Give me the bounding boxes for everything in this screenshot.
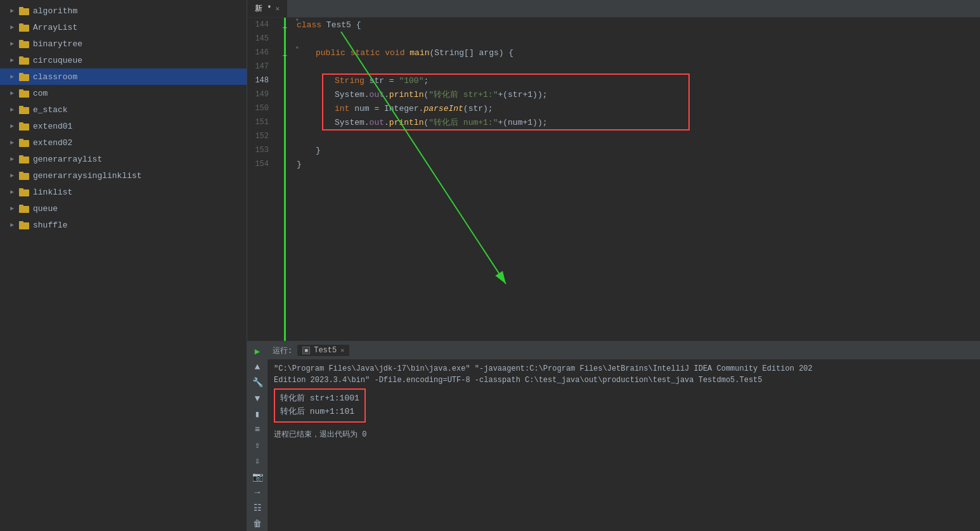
sidebar-item-label: e_stack [33,105,68,115]
svg-rect-21 [19,172,23,174]
scroll-down-button[interactable]: ▼ [249,391,266,406]
code-line-149: System. out . println ( "转化前 str+1:" +(s… [297,87,974,101]
fold-markers: ⎯ ⎯ [279,18,290,341]
chevron-right-icon: ► [8,56,16,65]
svg-rect-9 [19,73,23,75]
line-number-150: 150 [247,101,274,115]
sidebar-item-label: generarraysinglinklist [33,171,142,181]
sidebar-item-algorithm[interactable]: ► algorithm [0,3,247,19]
tab-label: 新 * [255,3,271,14]
sidebar-item-generarraylist[interactable]: ► generarraylist [0,151,247,167]
svg-rect-19 [19,155,23,158]
chevron-right-icon: ► [8,89,16,98]
sidebar-item-label: binarytree [33,39,82,49]
sort-desc-icon[interactable]: ⇩ [249,454,266,468]
run-exit-line: 进程已结束，退出代码为 0 [274,429,974,440]
line-number-153: 153 [247,143,274,157]
trash-icon[interactable]: 🗑 [249,516,266,531]
sidebar: ► algorithm ► ArrayList ► [0,0,247,531]
line-number-145: 145 [247,32,274,46]
chevron-right-icon: ► [8,171,16,180]
camera-icon[interactable]: 📷 [249,470,266,484]
main-area: 新 * ✕ ▶ 144 145 ▶ 146 [247,0,980,531]
sidebar-item-com[interactable]: ► com [0,85,247,101]
svg-rect-17 [19,139,23,141]
sidebar-item-extend01[interactable]: ► extend01 [0,118,247,134]
folder-icon [19,221,29,229]
fold-marker-146[interactable]: ⎯ [279,46,290,60]
chevron-right-icon: ► [8,72,16,81]
run-cmd-line2: Edition 2023.3.4\bin" -Dfile.encoding=UT… [274,374,974,386]
sidebar-item-arraylist[interactable]: ► ArrayList [0,19,247,35]
sidebar-item-binarytree[interactable]: ► binarytree [0,35,247,52]
chevron-right-icon: ► [8,122,16,131]
console-icon: ■ [302,347,310,354]
run-panel-tab-bar: 运行: ■ Test5 ✕ [268,342,980,359]
run-label: 运行: [273,345,292,356]
sidebar-item-label: extend01 [33,122,72,131]
run-cmd-line1: "C:\Program Files\Java\jdk-17\bin\java.e… [274,363,974,374]
svg-rect-5 [19,40,23,42]
code-editor: ▶ 144 145 ▶ 146 147 148 [247,18,980,341]
sidebar-item-label: classroom [33,72,77,82]
layout-icon[interactable]: ☷ [249,501,266,516]
sidebar-item-label: com [33,89,48,98]
run-content: "C:\Program Files\Java\jdk-17\bin\java.e… [268,359,980,531]
editor-area: 新 * ✕ ▶ 144 145 ▶ 146 [247,0,980,341]
folder-icon [19,6,29,15]
wrench-icon[interactable]: 🔧 [249,376,266,390]
sidebar-item-extend02[interactable]: ► extend02 [0,134,247,151]
svg-rect-25 [19,205,23,207]
scroll-up-button[interactable]: ▲ [249,360,266,374]
green-vertical-bar [284,18,286,341]
folder-icon [19,105,29,114]
folder-icon [19,39,29,48]
new-marker-146: 新 * [290,44,299,54]
folder-icon [19,171,29,180]
sidebar-item-queue[interactable]: ► queue [0,200,247,217]
tab-close-icon[interactable]: ✕ [275,4,280,13]
run-panel-inner: 运行: ■ Test5 ✕ "C:\Program Files\Java\jdk… [268,342,980,531]
run-button[interactable]: ▶ [249,344,266,359]
sidebar-item-classroom[interactable]: ► classroom [0,68,247,85]
run-output-line1: 转化前 str+1:1001 [280,392,359,406]
line-number-151: 151 [247,115,274,129]
sidebar-item-e-stack[interactable]: ► e_stack [0,101,247,118]
run-output-box: 转化前 str+1:1001 转化后 num+1:101 [274,388,366,423]
sidebar-item-shuffle[interactable]: ► shuffle [0,217,247,233]
chevron-right-icon: ► [8,155,16,163]
sidebar-item-circuqueue[interactable]: ► circuqueue [0,52,247,68]
svg-rect-11 [19,89,23,92]
chevron-right-icon: ► [8,6,16,15]
sidebar-item-label: shuffle [33,221,68,230]
sidebar-item-label: queue [33,204,58,214]
run-panel: ▶ ▲ 🔧 ▼ ▮ ≡ ⇧ ⇩ 📷 → ☷ 🗑 运行: ■ Test5 ✕ [247,341,980,531]
chevron-right-icon: ► [8,221,16,229]
code-line-153: } [297,143,974,157]
sidebar-item-linklist[interactable]: ► linklist [0,184,247,200]
run-tab-close-icon[interactable]: ✕ [340,347,344,354]
line-number-147: 147 [247,60,274,74]
folder-icon [19,23,29,32]
fold-marker-144[interactable]: ⎯ [279,18,290,32]
list-icon[interactable]: ≡ [249,423,266,437]
chevron-right-icon: ► [8,188,16,196]
line-number-gutter: ▶ 144 145 ▶ 146 147 148 [247,18,279,341]
code-content[interactable]: 新 * class Test5 { 新 * public static [290,18,980,341]
stop-button[interactable]: ▮ [249,407,266,421]
run-tab-test5[interactable]: ■ Test5 ✕ [297,345,349,356]
code-line-152 [297,129,974,143]
run-output-line2: 转化后 num+1:101 [280,406,359,419]
line-number-152: 152 [247,129,274,143]
exit-icon[interactable]: → [249,485,266,500]
sidebar-item-generarraysinglinklist[interactable]: ► generarraysinglinklist [0,167,247,184]
folder-icon [19,155,29,163]
sidebar-item-label: linklist [33,188,72,197]
folder-icon [19,122,29,131]
sort-asc-icon[interactable]: ⇧ [249,438,266,453]
chevron-right-icon: ► [8,138,16,147]
code-line-146: public static void main ( String[] args)… [297,46,974,60]
editor-tab-new[interactable]: 新 * ✕ [247,0,288,17]
code-line-148: String str = "100" ; [297,74,974,87]
line-number-154: 154 [247,157,274,171]
